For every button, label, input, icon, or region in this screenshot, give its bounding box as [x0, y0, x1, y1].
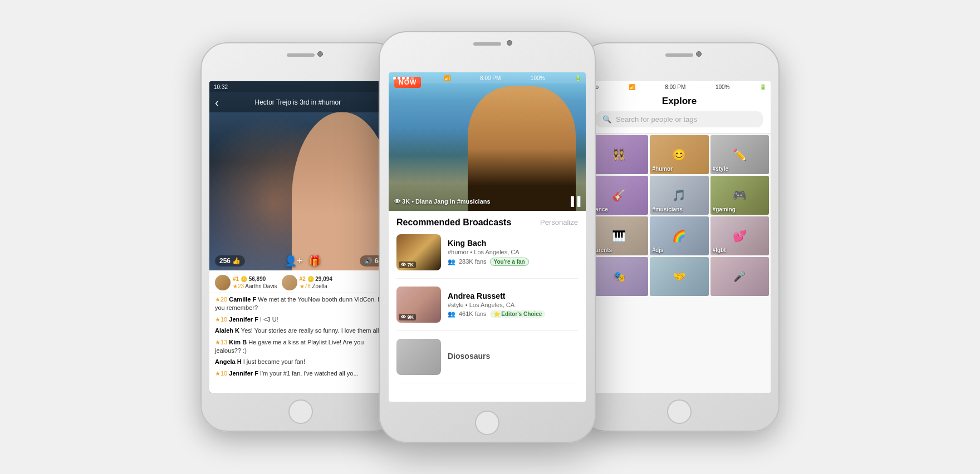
phone-left: 10:32 👁 ‹ Hector Trejo is 3rd in #humor … — [200, 42, 401, 432]
chat-msg-6: ★10 Jennifer F I'm your #1 fan, i've wat… — [215, 369, 386, 378]
dot-4 — [406, 77, 409, 80]
extra3-emoji: 🎤 — [733, 270, 746, 283]
left-phone-camera — [317, 51, 323, 57]
broadcast-thumb-2: 👁 9K — [396, 287, 441, 323]
tag-item-dance1[interactable]: 👯 — [590, 135, 648, 174]
tag-item-parents[interactable]: parents 🎹 — [590, 216, 648, 255]
tag-thumb-lgbt: #lgbt 💕 — [710, 216, 769, 255]
rank-num-1: #1 — [233, 276, 239, 282]
tag-item-dance2[interactable]: dance 🎸 — [590, 176, 648, 215]
broadcast-card-3[interactable]: Diososaurs — [396, 339, 578, 383]
extra1-emoji: 🎭 — [613, 270, 625, 283]
djs-emoji: 🌈 — [672, 229, 686, 243]
tag-thumb-musicians: #musicians 🎵 — [650, 176, 708, 215]
center-battery: 100% — [531, 75, 545, 81]
broadcast-card-2[interactable]: 👁 9K Andrea Russett #style • Los Angeles… — [396, 287, 578, 331]
left-action-row: 256 👍 👤+ 🎁 🔊 64 — [209, 255, 392, 267]
phone-right: oo 📶 8:00 PM 100% 🔋 Explore 🔍 Search for… — [579, 42, 780, 432]
fans-count-2: 461K fans — [459, 310, 487, 317]
broadcaster-name-2: Andrea Russett — [448, 292, 578, 300]
view-count-value: 256 — [219, 257, 231, 265]
dance2-emoji: 🎸 — [612, 189, 626, 202]
fans-icon-2: 👥 — [448, 310, 455, 318]
tag-item-musicians[interactable]: #musicians 🎵 — [650, 176, 708, 215]
lgbt-emoji: 💕 — [733, 229, 747, 243]
chat-area: ★20 Camille F We met at the YouNow booth… — [209, 293, 392, 382]
fans-count-1: 283K fans — [459, 258, 487, 265]
viewer-badge-2: #2 🪙 29,094 ★78 Zoella — [282, 275, 332, 290]
personalize-button[interactable]: Personalize — [540, 218, 578, 226]
left-top-bar: ‹ Hector Trejo is 3rd in #humor 🔻 — [209, 92, 392, 112]
broadcast-thumb-3 — [396, 339, 441, 375]
right-phone-camera — [696, 51, 702, 57]
broadcaster-name-1: King Bach — [448, 239, 578, 248]
search-icon: 🔍 — [602, 115, 611, 124]
broadcaster-tag-1: #humor • Los Angeles, CA — [448, 249, 578, 255]
center-phone-speaker — [473, 42, 501, 46]
center-video: 📶 8:00 PM 100% 🔋 NOW 👁 3K • Diana Jang i… — [389, 72, 586, 211]
dance-emoji: 👯 — [612, 148, 626, 161]
broadcaster-name-3: Diososaurs — [448, 352, 578, 361]
thumb-views-2: 👁 9K — [399, 314, 416, 320]
phones-container: 10:32 👁 ‹ Hector Trejo is 3rd in #humor … — [184, 20, 796, 454]
parents-emoji: 🎹 — [612, 229, 626, 243]
broadcaster-fans-1: 👥 283K fans You're a fan — [448, 258, 578, 266]
dot-3 — [402, 77, 405, 80]
chat-msg-2: ★10 Jennifer F I <3 U! — [215, 315, 386, 324]
center-time: 8:00 PM — [480, 75, 501, 81]
center-phone-camera — [507, 40, 512, 46]
tag-item-extra1[interactable]: 🎭 — [590, 257, 648, 296]
tag-thumb-gaming: #gaming 🎮 — [710, 176, 769, 215]
guitarist-silhouette — [468, 86, 576, 211]
back-arrow-icon[interactable]: ‹ — [215, 96, 219, 109]
left-phone-speaker — [287, 53, 315, 57]
center-phone-screen: 📶 8:00 PM 100% 🔋 NOW 👁 3K • Diana Jang i… — [389, 72, 586, 402]
center-phone-content: 📶 8:00 PM 100% 🔋 NOW 👁 3K • Diana Jang i… — [389, 72, 586, 402]
broadcaster-tag-2: #style • Los Angeles, CA — [448, 302, 578, 308]
gift-icon[interactable]: 🎁 — [308, 255, 321, 267]
search-bar[interactable]: 🔍 Search for people or tags — [596, 111, 763, 127]
tag-item-gaming[interactable]: #gaming 🎮 — [710, 176, 769, 215]
rank-info-1: #1 🪙 56,890 ★23 Aarthri Davis — [233, 275, 277, 290]
dot-2 — [398, 77, 400, 80]
broadcaster-fans-2: 👥 461K fans ⭐ Editor's Choice — [448, 310, 578, 318]
broadcast-title: Hector Trejo is 3rd in #humor — [254, 98, 341, 106]
fan-badge-1: You're a fan — [490, 258, 529, 266]
tag-thumb-style: #style ✏️ — [710, 135, 769, 174]
broadcast-info-2: Andrea Russett #style • Los Angeles, CA … — [448, 292, 578, 318]
coin-icon: 🪙 — [241, 276, 247, 282]
score-2: 29,094 — [315, 276, 332, 282]
phone-center: 📶 8:00 PM 100% 🔋 NOW 👁 3K • Diana Jang i… — [379, 31, 596, 443]
right-time: 8:00 PM — [665, 84, 685, 90]
view-count: 256 👍 — [215, 255, 245, 266]
tag-item-djs[interactable]: #djs 🌈 — [650, 216, 708, 255]
right-phone-home[interactable] — [667, 399, 692, 424]
center-phone-home[interactable] — [475, 411, 499, 435]
tag-item-style[interactable]: #style ✏️ — [710, 135, 769, 174]
left-phone-home[interactable] — [288, 399, 313, 424]
tag-item-humor[interactable]: #humor 😊 — [650, 135, 708, 174]
chat-msg-3: Alaleh K Yes! Your stories are really so… — [215, 327, 386, 335]
broadcast-thumb-1: 👁 7K — [396, 234, 441, 270]
broadcast-card-1[interactable]: 👁 7K King Bach #humor • Los Angeles, CA … — [396, 234, 578, 279]
extra2-emoji: 🤝 — [673, 270, 685, 283]
bars-icon: ▐▐ — [567, 196, 580, 206]
right-status-bar: oo 📶 8:00 PM 100% 🔋 — [588, 81, 771, 92]
rank-info-2: #2 🪙 29,094 ★78 Zoella — [300, 275, 332, 290]
tag-thumb-humor: #humor 😊 — [650, 135, 708, 174]
center-battery-icon: 🔋 — [575, 75, 581, 81]
tag-item-lgbt[interactable]: #lgbt 💕 — [710, 216, 769, 255]
left-bottom-bar: #1 🪙 56,890 ★23 Aarthri Davis #2 🪙 29,09… — [209, 270, 392, 393]
tag-item-extra3[interactable]: 🎤 — [710, 257, 769, 296]
add-friend-icon[interactable]: 👤+ — [285, 255, 303, 267]
speaker-icon: 🔊 — [364, 257, 373, 265]
tag-thumb-extra1: 🎭 — [590, 257, 648, 296]
center-video-bg — [389, 72, 586, 211]
explore-title: Explore — [596, 96, 763, 107]
tag-item-extra2[interactable]: 🤝 — [650, 257, 708, 296]
center-recommended: Recommended Broadcasts Personalize 👁 7K … — [389, 211, 586, 398]
tag-thumb-dance1: 👯 — [590, 135, 648, 174]
dot-5 — [411, 77, 414, 80]
tag-img-dance1: 👯 — [590, 135, 648, 174]
chat-msg-4: ★13 Kim B He gave me a kiss at Playlist … — [215, 338, 386, 356]
